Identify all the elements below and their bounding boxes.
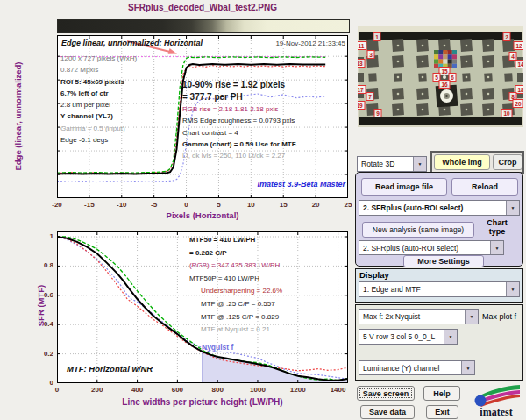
svg-text:15: 15 (441, 68, 448, 75)
mtf-x-tick-label: 400 (123, 386, 153, 394)
svg-text:6: 6 (451, 75, 454, 81)
reload-button[interactable]: Reload (451, 178, 518, 196)
roi-marker: 11 (358, 42, 366, 50)
channel-select-value: Luminance (Y) channel (359, 364, 461, 373)
svg-text:1: 1 (375, 34, 379, 40)
roi-marker: 7 (366, 93, 373, 101)
edge-x-tick-label: 5 (203, 201, 233, 209)
chart-type-top-value: 2. SFRplus (auto-ROI select) (359, 203, 506, 212)
edge-annotation-line: 6.7% left of ctr (60, 88, 137, 99)
roi-marker: 10 (501, 110, 512, 117)
more-settings-button[interactable]: More Settings (403, 255, 484, 267)
roi-marker: 16 (439, 81, 450, 89)
edge-x-tick-label: 0 (172, 201, 202, 209)
chart-type-bottom-value: 2. SFRplus (auto-ROI select) (359, 244, 490, 253)
roi-marker: 2 (503, 33, 510, 41)
svg-text:14: 14 (517, 61, 523, 68)
mtf-annotation-line: = 0.282 C/P (189, 247, 282, 260)
read-image-file-button[interactable]: Read image file (361, 178, 447, 196)
chart-type-select-bottom[interactable]: 2. SFRplus (auto-ROI select) ▼ (359, 240, 504, 255)
rotate-3d-value: Rotate 3D (358, 160, 413, 168)
mtf-x-tick-label: 1200 (283, 386, 313, 394)
new-analysis-button[interactable]: New analysis (same image) (362, 222, 474, 238)
edge-annotation-line: Lt, dk lvls = 250, 110 Lt/dk = 2.27 (182, 150, 297, 161)
roi-marker: 20 (513, 100, 523, 108)
edge-annotation-line: Y-channel (YL7) (60, 110, 137, 122)
chevron-down-icon: ▼ (506, 282, 519, 296)
chevron-down-icon: ▼ (506, 201, 519, 215)
edge-x-tick-label: -10 (107, 201, 137, 209)
svg-text:17: 17 (358, 87, 364, 93)
mtf-stats: MTF50 = 410 LW/PH= 0.282 C/P(RGB) = 347 … (189, 234, 282, 337)
save-data-button[interactable]: Save data (360, 405, 415, 419)
mtf-annotation-line: MTF50 = 410 LW/PH (189, 234, 282, 247)
mtf-x-tick-label: 800 (203, 386, 232, 394)
imatest-version-watermark: Imatest 3.9-Beta Master (219, 180, 345, 189)
imatest-logo: imatest (473, 384, 520, 419)
mtf-annotation-line: (RGB) = 347 435 383 LW/PH (189, 260, 282, 273)
svg-text:11: 11 (359, 43, 365, 49)
mtf-annotation-line: MTF at Nyquist = 0.21 (189, 324, 282, 337)
roi-marker: 9 (374, 110, 381, 117)
edge-annotation-line: 10-90% rise = 1.92 pixels (182, 79, 297, 91)
svg-text:12: 12 (515, 43, 522, 49)
mtf-annotation-line: Undersharpening = 22.6% (189, 285, 282, 298)
exit-button[interactable]: Exit (426, 405, 458, 419)
mtf-x-tick-label: 1400 (323, 386, 353, 394)
svg-text:5: 5 (435, 75, 438, 81)
edge-rise-stats: 10-90% rise = 1.92 pixels= 377.7 per PHR… (182, 79, 297, 161)
imatest-sfrplus-window: SFRplus_decoded_Wbal_test2.PNG Edge line… (0, 0, 526, 420)
edge-annotation-line: 1200 x 727 pixels (WxH) (60, 53, 137, 64)
edge-gradient-strip (57, 19, 350, 33)
crop-button[interactable]: Crop (493, 154, 522, 170)
roi-marker: 1 (373, 33, 380, 41)
rotate-3d-select[interactable]: Rotate 3D ▼ (357, 156, 427, 172)
display-section-label: Display (359, 270, 389, 280)
chart-type-select-top[interactable]: 2. SFRplus (auto-ROI select) ▼ (359, 200, 520, 216)
roi-marker: 17 (358, 86, 366, 94)
roi-marker: 13 (358, 60, 365, 68)
max-frequency-select[interactable]: Max f: 2x Nyquist ▼ (359, 309, 479, 324)
mtf-x-tick-label: 600 (162, 386, 192, 394)
svg-text:10: 10 (503, 110, 510, 117)
mtf-x-tick-label: 1000 (243, 386, 273, 394)
svg-text:9: 9 (376, 110, 380, 117)
roi-marker: 14 (515, 61, 523, 68)
roi-marker: 15 (439, 68, 450, 75)
edge-annotation-line: Gamma = 0.5 (input) (60, 123, 137, 134)
chevron-down-icon: ▼ (444, 330, 457, 344)
edge-annotation-line: Edge -6.1 degs (60, 134, 137, 146)
chevron-down-icon: ▼ (413, 157, 426, 171)
max-frequency-value: Max f: 2x Nyquist (359, 312, 465, 321)
chevron-down-icon: ▼ (461, 361, 474, 374)
mtf-y-tick-label: 0 (36, 379, 53, 387)
display-mode-select[interactable]: 1. Edge and MTF ▼ (359, 281, 520, 297)
edge-annotation-line: ROI 5: 45x69 pixels (60, 76, 137, 88)
mtf-annotation-line: MTF50P = 410 LW/PH (189, 273, 282, 286)
roi-select[interactable]: 5 V row 3 col 5 0_0_L ▼ (359, 329, 458, 345)
mtf-y-tick-label: 0.2 (36, 350, 53, 358)
edge-x-tick-label: -5 (139, 201, 169, 209)
edge-x-tick-label: 15 (268, 201, 298, 209)
svg-text:16: 16 (441, 82, 448, 88)
mtf-x-tick-label: 0 (42, 386, 72, 394)
roi-select-value: 5 V row 3 col 5 0_0_L (359, 332, 444, 341)
mtf-y-tick-label: 1 (36, 232, 53, 240)
edge-y-axis-label: Edge (linear, unnormalized) (13, 41, 23, 192)
channel-select[interactable]: Luminance (Y) channel ▼ (359, 360, 475, 375)
mtf-y-tick-label: 0.8 (36, 261, 53, 269)
mtf-annotation-line: MTF @ .25 C/P = 0.557 (189, 298, 282, 311)
mtf-chart-title: MTF: Horizontal w/NR (67, 364, 153, 374)
imatest-logo-text: imatest (480, 406, 512, 418)
chevron-down-icon: ▼ (465, 310, 478, 324)
save-screen-button[interactable]: Save screen (357, 386, 415, 401)
whole-img-button[interactable]: Whole img (434, 154, 490, 170)
edge-roi-info: 1200 x 727 pixels (WxH)0.872 MpxlsROI 5:… (60, 53, 137, 146)
mtf-x-tick-label: 200 (82, 386, 112, 394)
edge-annotation-line: 0.872 Mpxls (60, 64, 137, 75)
roi-marker: 19 (358, 102, 365, 110)
help-button[interactable]: Help (423, 386, 460, 401)
svg-text:19: 19 (358, 103, 363, 109)
display-mode-value: 1. Edge and MTF (359, 285, 506, 294)
svg-text:20: 20 (515, 101, 522, 107)
